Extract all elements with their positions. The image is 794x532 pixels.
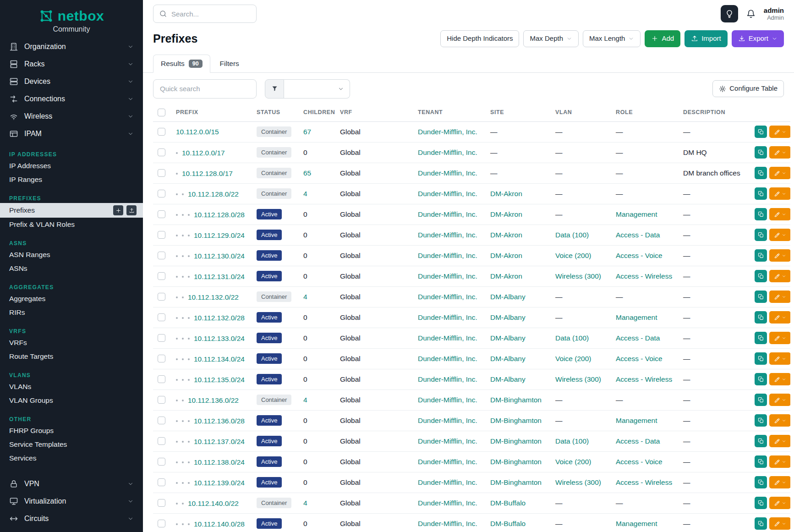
prefix-link[interactable]: 10.112.135.0/24 — [194, 376, 245, 384]
site-link[interactable]: DM-Akron — [490, 231, 522, 239]
children-link[interactable]: 4 — [303, 293, 307, 301]
clone-button[interactable] — [755, 476, 767, 488]
edit-button[interactable] — [769, 497, 790, 509]
row-checkbox[interactable] — [158, 334, 165, 342]
vlan-link[interactable]: Voice (200) — [555, 252, 591, 259]
tenant-link[interactable]: Dunder-Mifflin, Inc. — [418, 355, 477, 362]
vlan-link[interactable]: Wireless (300) — [555, 478, 601, 486]
quick-search-input[interactable] — [153, 79, 257, 99]
row-checkbox[interactable] — [158, 169, 165, 177]
row-checkbox[interactable] — [158, 272, 165, 280]
children-link[interactable]: 4 — [303, 190, 307, 197]
role-link[interactable]: Management — [616, 210, 657, 218]
sidebar-item-ip-ranges[interactable]: IP Ranges — [0, 173, 143, 186]
sidebar-item-services[interactable]: Services — [0, 451, 143, 465]
quick-add-button[interactable] — [113, 205, 123, 215]
site-link[interactable]: DM-Akron — [490, 190, 522, 197]
prefix-link[interactable]: 10.112.132.0/28 — [194, 314, 245, 322]
row-checkbox[interactable] — [158, 128, 165, 136]
sidebar-item-vpn[interactable]: VPN — [0, 475, 143, 493]
tenant-link[interactable]: Dunder-Mifflin, Inc. — [418, 272, 477, 280]
tenant-link[interactable]: Dunder-Mifflin, Inc. — [418, 169, 477, 177]
clone-button[interactable] — [755, 497, 767, 509]
clone-button[interactable] — [755, 187, 767, 200]
site-link[interactable]: DM-Albany — [490, 293, 526, 301]
tenant-link[interactable]: Dunder-Mifflin, Inc. — [418, 396, 477, 404]
row-checkbox[interactable] — [158, 252, 165, 259]
row-checkbox[interactable] — [158, 437, 165, 445]
clone-button[interactable] — [755, 414, 767, 427]
tenant-link[interactable]: Dunder-Mifflin, Inc. — [418, 417, 477, 424]
site-link[interactable]: DM-Binghamton — [490, 417, 542, 424]
role-link[interactable]: Access - Voice — [616, 355, 663, 362]
prefix-link[interactable]: 10.112.137.0/24 — [194, 438, 245, 446]
children-link[interactable]: 4 — [303, 499, 307, 507]
row-checkbox[interactable] — [158, 231, 165, 239]
max-length-dropdown[interactable]: Max Length — [583, 30, 641, 47]
tenant-link[interactable]: Dunder-Mifflin, Inc. — [418, 148, 477, 156]
sidebar-item-ip-addresses[interactable]: IP Addresses — [0, 159, 143, 173]
sidebar-item-route-targets[interactable]: Route Targets — [0, 350, 143, 363]
vlan-link[interactable]: Data (100) — [555, 334, 589, 342]
sidebar-item-asn-ranges[interactable]: ASN Ranges — [0, 248, 143, 262]
row-checkbox[interactable] — [158, 313, 165, 321]
clone-button[interactable] — [755, 167, 767, 179]
tenant-link[interactable]: Dunder-Mifflin, Inc. — [418, 210, 477, 218]
tenant-link[interactable]: Dunder-Mifflin, Inc. — [418, 293, 477, 301]
edit-button[interactable] — [769, 270, 790, 282]
sidebar-item-organization[interactable]: Organization — [0, 38, 143, 55]
prefix-link[interactable]: 10.112.136.0/22 — [188, 396, 239, 405]
sidebar-item-prefix-vlan-roles[interactable]: Prefix & VLAN Roles — [0, 218, 143, 231]
sidebar-item-connections[interactable]: Connections — [0, 90, 143, 108]
clone-button[interactable] — [755, 146, 767, 159]
prefix-link[interactable]: 10.112.128.0/17 — [182, 170, 233, 178]
prefix-link[interactable]: 10.112.140.0/22 — [188, 499, 239, 508]
prefix-link[interactable]: 10.112.131.0/24 — [194, 273, 245, 281]
clone-button[interactable] — [755, 311, 767, 324]
edit-button[interactable] — [769, 291, 790, 303]
row-checkbox[interactable] — [158, 355, 165, 362]
sidebar-item-service-templates[interactable]: Service Templates — [0, 438, 143, 451]
row-checkbox[interactable] — [158, 396, 165, 404]
edit-button[interactable] — [769, 352, 790, 365]
edit-button[interactable] — [769, 249, 790, 262]
clone-button[interactable] — [755, 517, 767, 530]
site-link[interactable]: DM-Buffalo — [490, 499, 526, 507]
clone-button[interactable] — [755, 229, 767, 241]
prefix-link[interactable]: 10.112.134.0/24 — [194, 355, 245, 363]
row-checkbox[interactable] — [158, 375, 165, 383]
role-link[interactable]: Access - Wireless — [616, 375, 672, 383]
site-link[interactable]: DM-Akron — [490, 252, 522, 259]
clone-button[interactable] — [755, 208, 767, 220]
row-checkbox[interactable] — [158, 190, 165, 197]
edit-button[interactable] — [769, 414, 790, 427]
global-search[interactable] — [153, 5, 257, 23]
sidebar-item-aggregates[interactable]: Aggregates — [0, 292, 143, 306]
tenant-link[interactable]: Dunder-Mifflin, Inc. — [418, 252, 477, 259]
sidebar-item-ipam[interactable]: IPAM — [0, 125, 143, 143]
edit-button[interactable] — [769, 187, 790, 200]
tenant-link[interactable]: Dunder-Mifflin, Inc. — [418, 520, 477, 527]
user-menu[interactable]: admin Admin — [764, 6, 784, 21]
role-link[interactable]: Management — [616, 313, 657, 321]
edit-button[interactable] — [769, 146, 790, 159]
notifications-button[interactable] — [746, 9, 756, 19]
tenant-link[interactable]: Dunder-Mifflin, Inc. — [418, 478, 477, 486]
row-checkbox[interactable] — [158, 499, 165, 507]
edit-button[interactable] — [769, 126, 790, 138]
site-link[interactable]: DM-Akron — [490, 272, 522, 280]
tenant-link[interactable]: Dunder-Mifflin, Inc. — [418, 231, 477, 239]
vlan-link[interactable]: Wireless (300) — [555, 272, 601, 280]
role-link[interactable]: Access - Data — [616, 437, 660, 445]
prefix-link[interactable]: 10.112.0.0/15 — [176, 128, 219, 136]
prefix-link[interactable]: 10.112.128.0/28 — [194, 211, 245, 219]
site-link[interactable]: DM-Albany — [490, 334, 526, 342]
site-link[interactable]: DM-Binghamton — [490, 458, 542, 466]
tenant-link[interactable]: Dunder-Mifflin, Inc. — [418, 499, 477, 507]
vlan-link[interactable]: Data (100) — [555, 437, 589, 445]
prefix-link[interactable]: 10.112.139.0/24 — [194, 479, 245, 487]
tab-results[interactable]: Results 90 — [153, 55, 210, 73]
add-button[interactable]: Add — [645, 30, 680, 47]
edit-button[interactable] — [769, 394, 790, 406]
row-checkbox[interactable] — [158, 417, 165, 424]
